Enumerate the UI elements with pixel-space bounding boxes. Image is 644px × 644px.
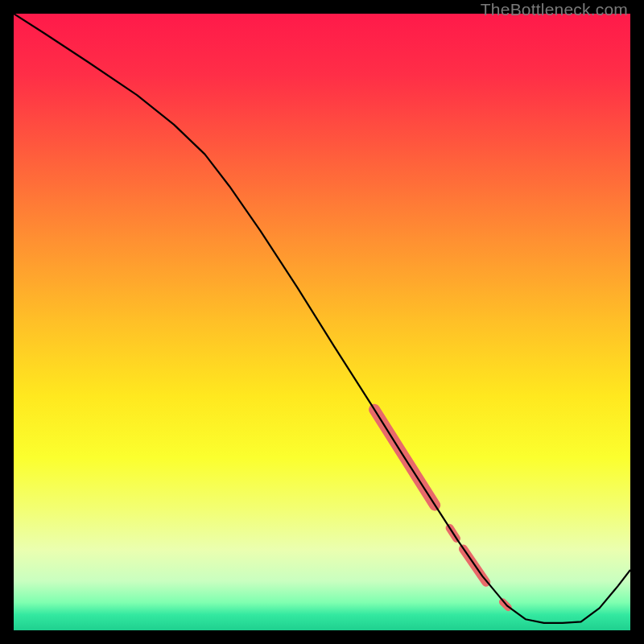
watermark-text: TheBottleneck.com — [481, 0, 628, 19]
chart-background — [14, 14, 630, 630]
chart-svg — [14, 14, 630, 630]
chart-frame — [14, 14, 630, 630]
